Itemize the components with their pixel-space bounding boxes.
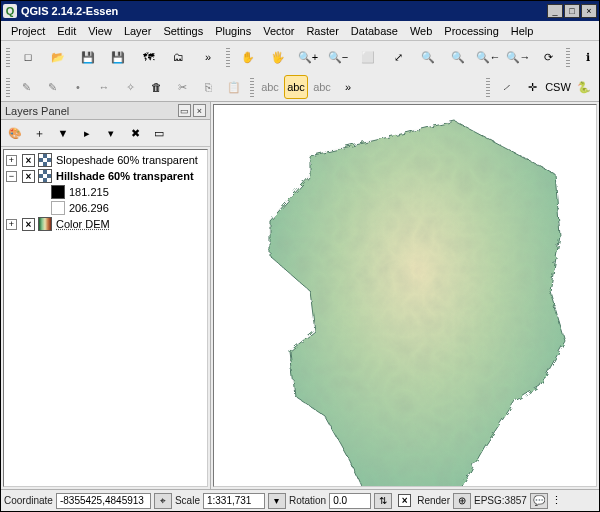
layer-row[interactable]: +×Slopeshade 60% transparent (6, 152, 205, 168)
layer-visibility-checkbox[interactable]: × (22, 170, 35, 183)
layers-panel-header[interactable]: Layers Panel ▭ × (1, 102, 210, 120)
layers-add-button[interactable]: ＋ (28, 122, 50, 144)
save-edits-button[interactable]: ✎ (40, 75, 64, 99)
save-project-button[interactable]: 💾 (74, 43, 102, 71)
toolbar-grip[interactable] (566, 47, 570, 67)
menu-help[interactable]: Help (505, 23, 540, 39)
menu-layer[interactable]: Layer (118, 23, 158, 39)
status-bar: Coordinate ⌖ Scale ▾ Rotation ⇅ × Render… (1, 489, 599, 511)
open-project-button[interactable]: 📂 (44, 43, 72, 71)
project-more-button[interactable]: » (194, 43, 222, 71)
window-title: QGIS 2.14.2-Essen (21, 5, 546, 17)
status-scale-field[interactable] (203, 493, 265, 509)
status-render-label: Render (417, 495, 450, 506)
menu-plugins[interactable]: Plugins (209, 23, 257, 39)
close-button[interactable]: × (581, 4, 597, 18)
layers-expand-button[interactable]: ▸ (76, 122, 98, 144)
paste-features-button[interactable]: 📋 (222, 75, 246, 99)
print-composer-button[interactable]: 🗺 (134, 43, 162, 71)
menu-edit[interactable]: Edit (51, 23, 82, 39)
menu-settings[interactable]: Settings (157, 23, 209, 39)
cut-features-button[interactable]: ✂ (170, 75, 194, 99)
copy-features-button[interactable]: ⎘ (196, 75, 220, 99)
label-tool-1-button[interactable]: abc (258, 75, 282, 99)
map-canvas[interactable] (213, 104, 597, 487)
status-scale-label: Scale (175, 495, 200, 506)
layers-collapse-button[interactable]: ▾ (100, 122, 122, 144)
status-coord-label: Coordinate (4, 495, 53, 506)
status-coord-field[interactable] (56, 493, 151, 509)
pan-button[interactable]: ✋ (234, 43, 262, 71)
panel-float-button[interactable]: ▭ (178, 104, 191, 117)
minimize-button[interactable]: _ (547, 4, 563, 18)
layer-row[interactable]: +×Color DEM (6, 216, 205, 232)
status-crs-button[interactable]: ⊕ (453, 493, 471, 509)
toolbar-grip[interactable] (6, 77, 10, 97)
zoom-last-button[interactable]: 🔍← (474, 43, 502, 71)
status-rotation-spinner[interactable]: ⇅ (374, 493, 392, 509)
layer-label: 206.296 (69, 202, 109, 214)
menu-raster[interactable]: Raster (300, 23, 344, 39)
zoom-selection-button[interactable]: 🔍 (414, 43, 442, 71)
delete-selected-button[interactable]: 🗑 (144, 75, 168, 99)
menu-project[interactable]: Project (5, 23, 51, 39)
zoom-full-button[interactable]: ⤢ (384, 43, 412, 71)
zoom-next-button[interactable]: 🔍→ (504, 43, 532, 71)
layer-swatch-icon (51, 201, 65, 215)
layers-group-button[interactable]: ▭ (148, 122, 170, 144)
save-as-project-button[interactable]: 💾 (104, 43, 132, 71)
layers-filter-button[interactable]: ▼ (52, 122, 74, 144)
zoom-out-button[interactable]: 🔍− (324, 43, 352, 71)
layer-visibility-checkbox[interactable]: × (22, 154, 35, 167)
identify-button[interactable]: ℹ (574, 43, 600, 71)
status-messages-button[interactable]: 💬 (530, 493, 548, 509)
zoom-native-button[interactable]: ⬜ (354, 43, 382, 71)
layer-row[interactable]: 181.215 (6, 184, 205, 200)
layer-row[interactable]: −×Hillshade 60% transparent (6, 168, 205, 184)
pan-to-selection-button[interactable]: 🖐 (264, 43, 292, 71)
status-rotation-field[interactable] (329, 493, 371, 509)
label-tool-2-button[interactable]: abc (284, 75, 308, 99)
zoom-layer-button[interactable]: 🔍 (444, 43, 472, 71)
python-console-button[interactable]: 🐍 (572, 75, 596, 99)
status-more-icon: ⋮ (551, 494, 557, 507)
menu-view[interactable]: View (82, 23, 118, 39)
label-tool-3-button[interactable]: abc (310, 75, 334, 99)
toolbar-grip[interactable] (226, 47, 230, 67)
layer-row[interactable]: 206.296 (6, 200, 205, 216)
move-feature-button[interactable]: ↔ (92, 75, 116, 99)
layer-expander[interactable]: + (6, 219, 17, 230)
composer-manager-button[interactable]: 🗂 (164, 43, 192, 71)
menu-web[interactable]: Web (404, 23, 438, 39)
panel-close-button[interactable]: × (193, 104, 206, 117)
toolbar-area: □📂💾💾🗺🗂»✋🖐🔍+🔍−⬜⤢🔍🔍🔍←🔍→⟳ℹ»✛»? ✎✎•↔✧🗑✂⎘📋abc… (1, 41, 599, 102)
menu-vector[interactable]: Vector (257, 23, 300, 39)
menu-database[interactable]: Database (345, 23, 404, 39)
toggle-editing-button[interactable]: ✎ (14, 75, 38, 99)
layer-visibility-checkbox[interactable]: × (22, 218, 35, 231)
vertex-tool-button[interactable]: ⟋ (494, 75, 518, 99)
layers-remove-button[interactable]: ✖ (124, 122, 146, 144)
layer-expander[interactable]: − (6, 171, 17, 182)
status-coord-toggle-button[interactable]: ⌖ (154, 493, 172, 509)
layer-tree[interactable]: +×Slopeshade 60% transparent−×Hillshade … (3, 149, 208, 487)
toolbar-grip[interactable] (486, 77, 490, 97)
status-scale-dropdown-button[interactable]: ▾ (268, 493, 286, 509)
refresh-button[interactable]: ⟳ (534, 43, 562, 71)
maximize-button[interactable]: □ (564, 4, 580, 18)
layers-panel: Layers Panel ▭ × 🎨＋▼▸▾✖▭ +×Slopeshade 60… (1, 102, 211, 489)
layer-expander[interactable]: + (6, 155, 17, 166)
new-project-button[interactable]: □ (14, 43, 42, 71)
toolbar-grip[interactable] (6, 47, 10, 67)
toolbar-row-2: ✎✎•↔✧🗑✂⎘📋abcabcabc»⟋✛CSW🐍 (1, 73, 599, 101)
layers-style-button[interactable]: 🎨 (4, 122, 26, 144)
add-feature-button[interactable]: • (66, 75, 90, 99)
target-tool-button[interactable]: ✛ (520, 75, 544, 99)
menu-processing[interactable]: Processing (438, 23, 504, 39)
node-tool-button[interactable]: ✧ (118, 75, 142, 99)
label-more-button[interactable]: » (336, 75, 360, 99)
csw-button[interactable]: CSW (546, 75, 570, 99)
zoom-in-button[interactable]: 🔍+ (294, 43, 322, 71)
status-render-checkbox[interactable]: × (398, 494, 411, 507)
toolbar-grip[interactable] (250, 77, 254, 97)
